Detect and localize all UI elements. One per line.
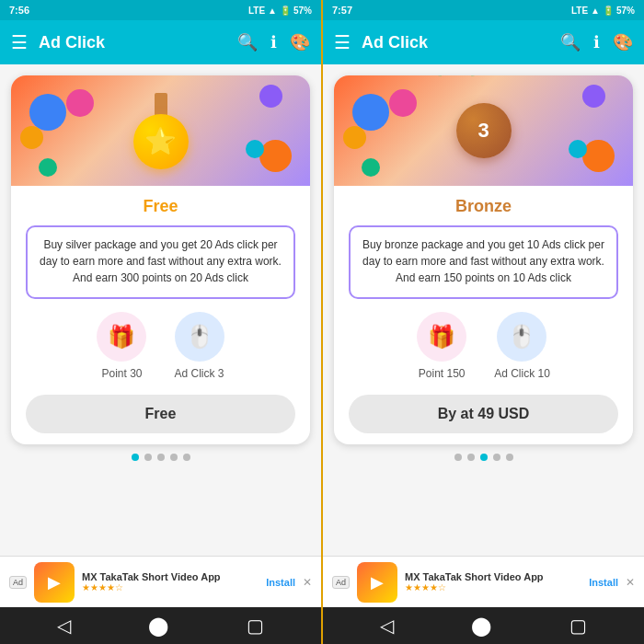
medal-number: 3 [477,119,489,143]
circle-2-5 [582,85,605,108]
search-icon-2[interactable]: 🔍 [560,32,581,52]
home-icon-2[interactable]: ⬤ [471,615,491,637]
circle-2 [20,126,43,149]
app-title-1: Ad Click [39,33,226,52]
medal-bronze: 3 [456,103,512,158]
phone-1: 7:56 LTE ▲ 🔋 57% ☰ Ad Click 🔍 ℹ 🎨 [0,0,321,644]
point-label-1: Point 30 [101,367,142,380]
circle-2-1 [352,94,389,131]
circle-4 [39,158,57,177]
network-2: LTE [571,6,588,16]
ad-install-2[interactable]: Install [589,577,618,588]
time-1: 7:56 [9,5,29,16]
circle-2-7 [569,140,587,158]
dot-2-1 [454,454,462,461]
app-bar-1: ☰ Ad Click 🔍 ℹ 🎨 [0,20,321,64]
app-bar-icons-2: 🔍 ℹ 🎨 [560,32,633,52]
palette-icon-1[interactable]: 🎨 [290,32,310,52]
app-bar-icons-1: 🔍 ℹ 🎨 [237,32,310,52]
circle-1 [29,94,66,131]
circle-2-3 [389,89,417,117]
palette-icon-2[interactable]: 🎨 [613,32,633,52]
click-label-2: Ad Click 10 [494,367,550,380]
battery-pct-2: 57% [616,6,635,16]
back-icon-2[interactable]: ◁ [380,615,394,637]
signal-icon-1: ▲ [268,6,277,16]
time-2: 7:57 [332,5,352,16]
circle-2-6 [582,140,615,172]
card-header-2: 3 [334,75,633,186]
ad-stars-1: ★★★★☆ [82,582,259,592]
status-bar-2: 7:57 LTE ▲ 🔋 57% [323,0,644,20]
nav-bar-2: ◁ ⬤ ▢ [323,607,644,644]
signal-icon-2: ▲ [591,6,600,16]
ad-install-1[interactable]: Install [266,577,295,588]
dot-2-3 [480,454,488,461]
ad-banner-1: Ad ▶ MX TakaTak Short Video App ★★★★☆ In… [0,556,321,607]
ad-close-1[interactable]: ✕ [303,576,312,589]
recent-icon-2[interactable]: ▢ [569,615,587,637]
medal-body-bronze: 3 [456,103,512,158]
scroll-area-2[interactable]: 3 Bronze Buy bronze package and you get … [323,64,644,556]
dot-2-4 [493,454,500,461]
dots-row-2 [334,444,633,466]
ad-banner-2: Ad ▶ MX TakaTak Short Video App ★★★★☆ In… [323,556,644,607]
circle-5 [259,85,282,108]
dot-1-4 [170,454,178,461]
ad-title-2: MX TakaTak Short Video App [405,571,581,582]
back-icon-1[interactable]: ◁ [57,615,71,637]
card-body-1: Free Buy silver package and you get 20 A… [11,186,310,444]
phone-2: 7:57 LTE ▲ 🔋 57% ☰ Ad Click 🔍 ℹ 🎨 [323,0,644,644]
info-icon-2[interactable]: ℹ [593,32,600,52]
feature-point-2: 🎁 Point 150 [417,312,466,380]
menu-icon-1[interactable]: ☰ [11,31,28,53]
medal-free: ⭐ [133,93,189,169]
circle-7 [246,140,264,158]
circle-6 [259,140,292,172]
home-icon-1[interactable]: ⬤ [148,615,168,637]
circle-2-2 [343,126,366,149]
info-icon-1[interactable]: ℹ [270,32,277,52]
gift-icon-2: 🎁 [417,312,466,362]
dots-row-1 [11,444,310,466]
action-button-1[interactable]: Free [26,395,295,433]
dot-1-2 [144,454,152,461]
ad-content-2: MX TakaTak Short Video App ★★★★☆ [405,571,581,592]
description-box-1: Buy silver package and you get 20 Ads cl… [26,225,295,299]
feature-click-2: 🖱️ Ad Click 10 [494,312,550,380]
card-body-2: Bronze Buy bronze package and you get 10… [334,186,633,444]
search-icon-1[interactable]: 🔍 [237,32,258,52]
medal-body-free: ⭐ [133,114,189,169]
status-right-1: LTE ▲ 🔋 57% [248,6,312,16]
dot-1-1 [132,454,139,461]
ad-close-2[interactable]: ✕ [626,576,635,589]
battery-pct-1: 57% [293,6,312,16]
feature-click-1: 🖱️ Ad Click 3 [174,312,224,380]
package-title-1: Free [26,197,295,216]
scroll-area-1[interactable]: ⭐ Free Buy silver package and you get 20… [0,64,321,556]
status-right-2: LTE ▲ 🔋 57% [571,6,635,16]
network-1: LTE [248,6,265,16]
ad-label-1: Ad [9,576,27,589]
ad-title-1: MX TakaTak Short Video App [82,571,259,582]
recent-icon-1[interactable]: ▢ [247,615,264,637]
circle-2-4 [362,158,380,177]
action-button-2[interactable]: By at 49 USD [349,395,618,433]
dot-1-5 [183,454,190,461]
app-title-2: Ad Click [362,33,549,52]
card-header-1: ⭐ [11,75,310,186]
cursor-icon-1: 🖱️ [175,312,224,362]
point-label-2: Point 150 [419,367,466,380]
menu-icon-2[interactable]: ☰ [334,31,351,53]
package-title-2: Bronze [349,197,618,216]
ad-content-1: MX TakaTak Short Video App ★★★★☆ [82,571,259,592]
gift-icon-1: 🎁 [97,312,146,362]
status-bar-1: 7:56 LTE ▲ 🔋 57% [0,0,321,20]
dot-2-5 [506,454,513,461]
dot-1-3 [157,454,165,461]
ad-thumb-2: ▶ [357,562,397,603]
ad-label-2: Ad [332,576,350,589]
circle-3 [66,89,94,117]
cursor-icon-2: 🖱️ [497,312,546,362]
battery-icon-2: 🔋 [603,6,614,16]
